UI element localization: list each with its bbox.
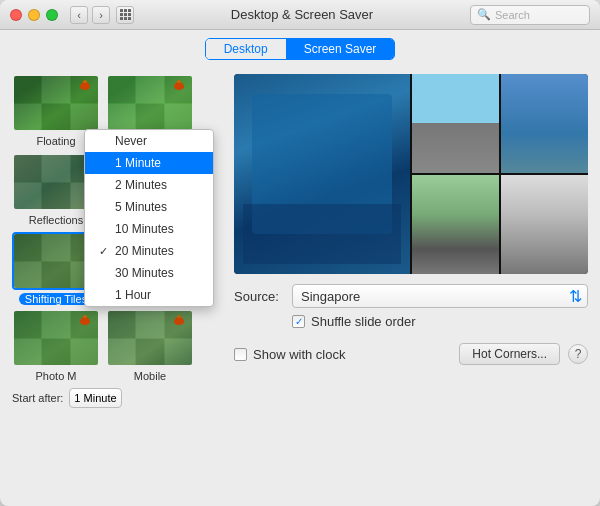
- search-icon: 🔍: [477, 8, 491, 21]
- titlebar: ‹ › Desktop & Screen Saver 🔍 Search: [0, 0, 600, 30]
- right-panel: Source: Singapore ⇅ Shuffle slide order: [234, 74, 588, 496]
- dropdown-item-never[interactable]: Never: [85, 130, 213, 152]
- thumb-mobile[interactable]: Mobile: [106, 309, 194, 382]
- dropdown-overlay: Never 1 Minute 2 Minutes 5 Minutes 10 Mi…: [84, 129, 214, 307]
- dropdown-item-1hour[interactable]: 1 Hour: [85, 284, 213, 306]
- dropdown-item-30min[interactable]: 30 Minutes: [85, 262, 213, 284]
- clock-checkbox[interactable]: [234, 348, 247, 361]
- forward-button[interactable]: ›: [92, 6, 110, 24]
- grid-button[interactable]: [116, 6, 134, 24]
- main-content: Floating Flip-up: [0, 66, 600, 506]
- tab-screensaver[interactable]: Screen Saver: [286, 39, 395, 59]
- thumb-floating-img: [12, 74, 100, 132]
- start-after-select-wrap: 1 Minute: [69, 388, 222, 408]
- maximize-button[interactable]: [46, 9, 58, 21]
- dropdown-item-1min[interactable]: 1 Minute: [85, 152, 213, 174]
- left-panel: Floating Flip-up: [12, 74, 222, 496]
- thumb-mobile-img: [106, 309, 194, 367]
- window: ‹ › Desktop & Screen Saver 🔍 Search Desk…: [0, 0, 600, 506]
- thumb-photom-label: Photo M: [36, 370, 77, 382]
- preview-cell-road: [412, 175, 499, 274]
- preview-cell-city: [501, 74, 588, 173]
- thumb-floating-label: Floating: [36, 135, 75, 147]
- preview-cell-aquarium: [234, 74, 410, 274]
- minimize-button[interactable]: [28, 9, 40, 21]
- grid-icon: [120, 9, 131, 20]
- source-label: Source:: [234, 289, 284, 304]
- bottom-row: Photo M Mobile: [12, 309, 222, 382]
- tabs-bar: Desktop Screen Saver: [0, 30, 600, 66]
- back-button[interactable]: ‹: [70, 6, 88, 24]
- shuffle-row: Shuffle slide order: [234, 314, 588, 329]
- dropdown-item-20min[interactable]: ✓ 20 Minutes: [85, 240, 213, 262]
- clock-label: Show with clock: [253, 347, 345, 362]
- thumb-mobile-label: Mobile: [134, 370, 166, 382]
- thumb-shifting-label: Shifting Tiles: [19, 293, 93, 305]
- thumb-photom[interactable]: Photo M: [12, 309, 100, 382]
- checkmark-20min: ✓: [99, 245, 109, 258]
- hot-corners-button[interactable]: Hot Corners...: [459, 343, 560, 365]
- dropdown-item-5min[interactable]: 5 Minutes: [85, 196, 213, 218]
- preview-area: [234, 74, 588, 274]
- thumb-photom-img: [12, 309, 100, 367]
- tab-desktop[interactable]: Desktop: [206, 39, 286, 59]
- close-button[interactable]: [10, 9, 22, 21]
- source-select[interactable]: Singapore: [292, 284, 588, 308]
- start-after-select[interactable]: 1 Minute: [69, 388, 122, 408]
- help-button[interactable]: ?: [568, 344, 588, 364]
- controls-row: Source: Singapore ⇅ Shuffle slide order: [234, 284, 588, 329]
- search-box[interactable]: 🔍 Search: [470, 5, 590, 25]
- tab-group: Desktop Screen Saver: [205, 38, 396, 60]
- shuffle-checkbox[interactable]: [292, 315, 305, 328]
- window-title: Desktop & Screen Saver: [134, 7, 470, 22]
- start-after-row: Start after: 1 Minute: [12, 388, 222, 408]
- start-after-label: Start after:: [12, 392, 63, 404]
- clock-row: Show with clock: [234, 347, 345, 362]
- bottom-bar: Show with clock Hot Corners... ?: [234, 339, 588, 365]
- dropdown-item-10min[interactable]: 10 Minutes: [85, 218, 213, 240]
- thumb-reflections-label: Reflections: [29, 214, 83, 226]
- preview-cell-crowd: [412, 74, 499, 173]
- search-placeholder: Search: [495, 9, 530, 21]
- thumb-flipup-img: [106, 74, 194, 132]
- traffic-lights: [10, 9, 58, 21]
- source-row: Source: Singapore ⇅: [234, 284, 588, 308]
- dropdown-item-2min[interactable]: 2 Minutes: [85, 174, 213, 196]
- source-select-wrap: Singapore ⇅: [292, 284, 588, 308]
- shuffle-label: Shuffle slide order: [311, 314, 416, 329]
- nav-buttons: ‹ ›: [70, 6, 110, 24]
- preview-cell-mall: [501, 175, 588, 274]
